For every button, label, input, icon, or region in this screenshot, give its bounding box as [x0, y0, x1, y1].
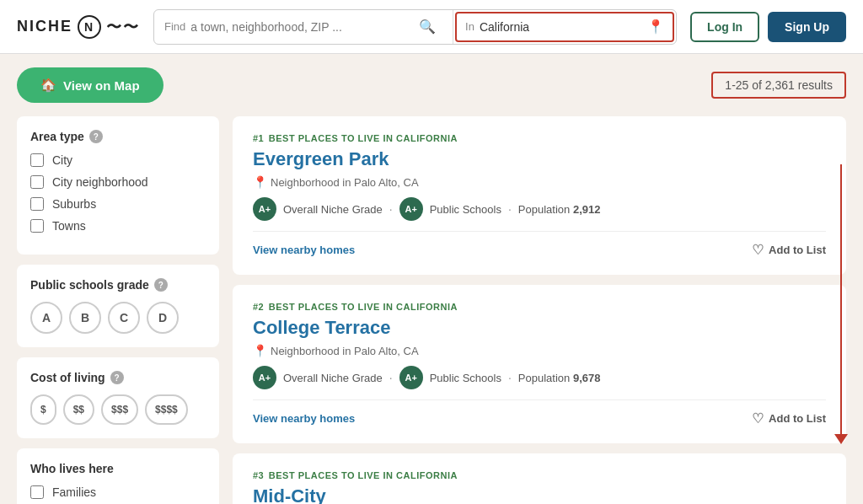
schools-grade-section: Public schools grade ? A B C D [17, 265, 219, 347]
pin-icon-1: 📍 [253, 175, 267, 189]
search-button[interactable]: 🔍 [412, 19, 442, 35]
logo-waves-icon: 〜〜 [106, 17, 140, 37]
checkbox-suburbs-input[interactable] [30, 197, 44, 211]
view-nearby-link-2[interactable]: View nearby homes [253, 412, 355, 425]
result-card-1: #1 BEST PLACES TO LIVE IN CALIFORNIA Eve… [233, 116, 846, 275]
overall-badge-1: A+ [253, 197, 276, 221]
logo-text: NICHE [17, 18, 72, 35]
logo-n-icon: N [78, 15, 101, 39]
cost-of-living-section: Cost of living ? $ $$ $$$ $$$$ [17, 357, 219, 438]
result-rank-label-2: #2 BEST PLACES TO LIVE IN CALIFORNIA [253, 302, 826, 312]
result-badges-1: A+ Overall Niche Grade · A+ Public Schoo… [253, 197, 826, 221]
logo: NICHE N 〜〜 [17, 15, 140, 39]
search-in-section: In 📍 [455, 12, 674, 42]
result-location-2: 📍 Neighborhood in Palo Alto, CA [253, 344, 826, 357]
result-card-3: #3 BEST PLACES TO LIVE IN CALIFORNIA Mid… [233, 453, 846, 504]
scroll-arrow-head [834, 434, 848, 444]
checkbox-city-neighborhood-input[interactable] [30, 175, 44, 189]
grade-buttons: A B C D [30, 302, 206, 334]
schools-badge-2: A+ [399, 366, 423, 389]
add-list-label-1: Add to List [769, 244, 826, 256]
view-map-button[interactable]: 🏠 View on Map [17, 67, 163, 103]
signup-button[interactable]: Sign Up [768, 12, 846, 42]
schools-grade-title: Public schools grade ? [30, 278, 206, 292]
result-badges-2: A+ Overall Niche Grade · A+ Public Schoo… [253, 366, 826, 389]
location-text-2: Neighborhood in Palo Alto, CA [271, 345, 419, 357]
search-bar: Find 🔍 In 📍 [153, 9, 677, 45]
add-to-list-button-1[interactable]: ♡ Add to List [752, 242, 826, 258]
result-card-2: #2 BEST PLACES TO LIVE IN CALIFORNIA Col… [233, 285, 846, 443]
population-label-1: Population 2,912 [518, 203, 601, 216]
header-actions: Log In Sign Up [690, 12, 846, 42]
cost-3-button[interactable]: $$$ [101, 394, 138, 425]
schools-label-1: Public Schools [430, 203, 501, 216]
grade-a-button[interactable]: A [30, 302, 62, 334]
results-count: 1-25 of 2,361 results [711, 72, 846, 99]
grade-b-button[interactable]: B [69, 302, 101, 334]
sidebar: Area type ? City City neighborhood Subur… [17, 116, 219, 504]
pin-icon-2: 📍 [253, 344, 267, 357]
result-footer-2: View nearby homes ♡ Add to List [253, 399, 826, 426]
view-map-label: View on Map [63, 78, 140, 93]
result-title-1[interactable]: Evergreen Park [253, 148, 826, 170]
checkbox-city-label: City [52, 153, 72, 167]
result-location-1: 📍 Neighborhood in Palo Alto, CA [253, 175, 826, 189]
checkbox-city[interactable]: City [30, 153, 206, 167]
add-list-label-2: Add to List [769, 412, 826, 425]
search-find-label: Find [164, 20, 185, 33]
search-in-input[interactable] [480, 20, 642, 34]
checkbox-suburbs-label: Suburbs [52, 197, 96, 211]
cost-of-living-title: Cost of living ? [30, 371, 206, 384]
checkbox-towns-label: Towns [52, 219, 86, 233]
result-title-2[interactable]: College Terrace [253, 317, 826, 339]
cost-2-button[interactable]: $$ [63, 394, 94, 425]
cost-1-button[interactable]: $ [30, 394, 56, 425]
search-in-label: In [465, 20, 474, 33]
checkbox-city-input[interactable] [30, 153, 44, 167]
checkbox-families-input[interactable] [30, 485, 44, 499]
rank-text-2: BEST PLACES TO LIVE IN CALIFORNIA [269, 302, 458, 312]
checkbox-city-neighborhood[interactable]: City neighborhood [30, 175, 206, 189]
checkbox-suburbs[interactable]: Suburbs [30, 197, 206, 211]
who-lives-title: Who lives here [30, 462, 206, 475]
location-text-1: Neighborhood in Palo Alto, CA [271, 176, 419, 189]
add-to-list-button-2[interactable]: ♡ Add to List [752, 410, 826, 426]
location-icon: 📍 [647, 19, 664, 35]
cost-4-button[interactable]: $$$$ [145, 394, 188, 425]
view-nearby-link-1[interactable]: View nearby homes [253, 244, 355, 256]
rank-number-2: #2 [253, 302, 264, 312]
area-type-title: Area type ? [30, 130, 206, 143]
checkbox-towns-input[interactable] [30, 219, 44, 233]
heart-icon-1: ♡ [752, 242, 764, 258]
cost-help-icon[interactable]: ? [110, 371, 124, 384]
result-title-3[interactable]: Mid-City [253, 485, 826, 504]
result-rank-label-1: #1 BEST PLACES TO LIVE IN CALIFORNIA [253, 133, 826, 143]
area-type-section: Area type ? City City neighborhood Subur… [17, 116, 219, 255]
checkbox-families[interactable]: Families [30, 485, 206, 499]
rank-text-3: BEST PLACES TO LIVE IN CALIFORNIA [269, 470, 458, 480]
grade-c-button[interactable]: C [108, 302, 140, 334]
population-label-2: Population 9,678 [518, 372, 601, 384]
result-footer-1: View nearby homes ♡ Add to List [253, 231, 826, 258]
schools-badge-1: A+ [399, 197, 423, 221]
overall-label-2: Overall Niche Grade [283, 372, 383, 384]
search-find-section: Find 🔍 [154, 10, 453, 44]
checkbox-families-label: Families [52, 485, 96, 499]
heart-icon-2: ♡ [752, 410, 764, 426]
schools-grade-help-icon[interactable]: ? [154, 278, 168, 292]
grade-d-button[interactable]: D [147, 302, 179, 334]
search-find-input[interactable] [190, 20, 407, 34]
login-button[interactable]: Log In [690, 12, 759, 42]
cost-buttons: $ $$ $$$ $$$$ [30, 394, 206, 425]
result-rank-label-3: #3 BEST PLACES TO LIVE IN CALIFORNIA [253, 470, 826, 480]
checkbox-towns[interactable]: Towns [30, 219, 206, 233]
map-icon: 🏠 [40, 78, 56, 93]
checkbox-city-neighborhood-label: City neighborhood [52, 175, 148, 189]
scroll-line [840, 164, 842, 434]
main-layout: Area type ? City City neighborhood Subur… [0, 116, 863, 504]
rank-text-1: BEST PLACES TO LIVE IN CALIFORNIA [269, 133, 458, 143]
schools-label-2: Public Schools [430, 372, 501, 384]
scroll-indicator [834, 164, 848, 444]
header: NICHE N 〜〜 Find 🔍 In 📍 Log In Sign Up [0, 0, 863, 54]
area-type-help-icon[interactable]: ? [89, 130, 103, 143]
